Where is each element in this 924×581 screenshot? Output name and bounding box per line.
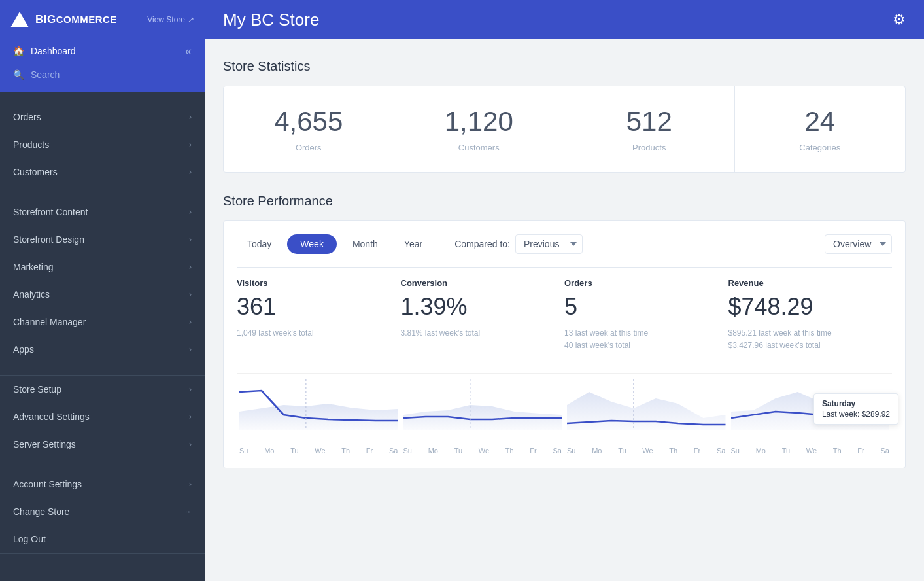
performance-card: Today Week Month Year Compared to: Previ… <box>223 220 906 468</box>
divider <box>441 238 441 251</box>
sidebar-item-marketing[interactable]: Marketing › <box>0 253 205 281</box>
metric-conversion-label: Conversion <box>401 278 555 288</box>
stat-categories-value: 24 <box>748 106 893 137</box>
stat-customers-label: Customers <box>407 143 551 152</box>
page-header: My BC Store ⚙ <box>205 0 924 39</box>
sidebar-nav: Orders › Products › Customers › Storefro… <box>0 92 205 581</box>
chevron-right-icon: › <box>189 317 192 326</box>
stat-products-label: Products <box>577 143 721 152</box>
collapse-button[interactable]: « <box>182 42 194 61</box>
metric-visitors-value: 361 <box>237 293 390 321</box>
chevron-right-icon: › <box>189 385 192 394</box>
chart-visitors: SuMoTuWeThFrSa <box>237 379 401 455</box>
stat-customers-value: 1,120 <box>407 106 551 137</box>
sidebar-item-storefront-content[interactable]: Storefront Content › <box>0 198 205 226</box>
metric-orders-value: 5 <box>564 293 718 321</box>
chevron-right-icon: › <box>189 235 192 244</box>
view-store-link[interactable]: View Store ↗ <box>147 15 194 24</box>
metrics-grid: Visitors 361 1,049 last week's total Con… <box>237 267 892 362</box>
metric-revenue-sub1: $895.21 last week at this time <box>728 327 882 340</box>
performance-section-title: Store Performance <box>223 194 906 209</box>
sidebar: BIGCOMMERCE View Store ↗ 🏠 Dashboard « 🔍… <box>0 0 205 581</box>
tooltip-day: Saturday <box>822 399 890 408</box>
chart-revenue: Saturday Last week: $289.92 SuMoTuWeThFr… <box>728 379 893 455</box>
chevron-right-icon: › <box>189 113 192 122</box>
sidebar-item-change-store[interactable]: Change Store ↔ <box>0 498 205 525</box>
sidebar-item-store-setup[interactable]: Store Setup › <box>0 376 205 403</box>
compared-to-label: Compared to: <box>454 239 510 249</box>
sidebar-item-account-settings[interactable]: Account Settings › <box>0 470 205 498</box>
svg-marker-0 <box>239 404 398 430</box>
chevron-right-icon: › <box>189 412 192 421</box>
sidebar-group-4: Account Settings › Change Store ↔ Log Ou… <box>0 470 205 554</box>
chevron-right-icon: › <box>189 440 192 449</box>
compared-to-select[interactable]: Previous Last Year <box>515 234 583 254</box>
chart-conversion: SuMoTuWeThFrSa <box>401 379 565 455</box>
chevron-right-icon: › <box>189 140 192 149</box>
metric-visitors: Visitors 361 1,049 last week's total <box>237 278 401 362</box>
sidebar-top: BIGCOMMERCE View Store ↗ <box>0 0 205 39</box>
tooltip-label: Last week: <box>822 410 859 419</box>
settings-gear-icon[interactable]: ⚙ <box>893 11 906 28</box>
home-icon: 🏠 <box>13 46 24 56</box>
metric-revenue: Revenue $748.29 $895.21 last week at thi… <box>728 278 893 362</box>
sidebar-item-dashboard[interactable]: 🏠 Dashboard <box>0 39 89 63</box>
sidebar-item-advanced-settings[interactable]: Advanced Settings › <box>0 403 205 431</box>
sidebar-item-customers[interactable]: Customers › <box>0 158 205 186</box>
sidebar-item-server-settings[interactable]: Server Settings › <box>0 431 205 458</box>
tab-week[interactable]: Week <box>287 234 337 254</box>
chart-orders-labels: SuMoTuWeThFrSa <box>564 444 728 455</box>
chevron-right-icon: › <box>189 290 192 299</box>
chevron-right-icon: › <box>189 207 192 217</box>
tab-year[interactable]: Year <box>394 234 433 254</box>
main-content: My BC Store ⚙ Store Statistics 4,655 Ord… <box>205 0 924 581</box>
sidebar-item-products[interactable]: Products › <box>0 131 205 158</box>
sidebar-item-log-out[interactable]: Log Out <box>0 525 205 553</box>
stat-card-customers: 1,120 Customers <box>394 86 565 172</box>
sidebar-group-2: Storefront Content › Storefront Design ›… <box>0 198 205 376</box>
revenue-chart-tooltip: Saturday Last week: $289.92 <box>813 393 898 425</box>
chart-visitors-labels: SuMoTuWeThFrSa <box>237 444 401 455</box>
sidebar-item-channel-manager[interactable]: Channel Manager › <box>0 308 205 336</box>
sidebar-group-1: Orders › Products › Customers › <box>0 92 205 198</box>
sidebar-item-storefront-design[interactable]: Storefront Design › <box>0 226 205 253</box>
sidebar-item-search[interactable]: 🔍 Search <box>0 63 205 86</box>
external-link-icon: ↗ <box>188 15 194 24</box>
metric-revenue-label: Revenue <box>728 278 882 288</box>
sidebar-item-orders[interactable]: Orders › <box>0 103 205 131</box>
sidebar-item-apps[interactable]: Apps › <box>0 336 205 363</box>
page-content: Store Statistics 4,655 Orders 1,120 Cust… <box>205 39 924 581</box>
tooltip-value: $289.92 <box>862 410 890 419</box>
metric-orders-sub2: 40 last week's total <box>564 340 718 352</box>
stat-products-value: 512 <box>577 106 721 137</box>
stat-categories-label: Categories <box>748 143 893 152</box>
chart-revenue-labels: SuMoTuWeThFrSa <box>728 444 893 455</box>
metric-conversion-value: 1.39% <box>401 293 555 321</box>
perf-controls: Today Week Month Year Compared to: Previ… <box>237 234 892 254</box>
sidebar-item-analytics[interactable]: Analytics › <box>0 281 205 308</box>
logo-area: BIGCOMMERCE <box>10 12 117 27</box>
metric-conversion-sub: 3.81% last week's total <box>401 327 555 340</box>
metric-orders: Orders 5 13 last week at this time 40 la… <box>564 278 728 362</box>
chevron-right-icon: › <box>189 167 192 177</box>
tab-today[interactable]: Today <box>237 234 282 254</box>
tab-month[interactable]: Month <box>342 234 388 254</box>
metric-orders-label: Orders <box>564 278 718 288</box>
metric-revenue-sub2: $3,427.96 last week's total <box>728 340 882 352</box>
stat-orders-value: 4,655 <box>237 106 381 137</box>
chevron-right-icon: › <box>189 262 192 272</box>
stat-card-products: 512 Products <box>564 86 735 172</box>
logo-triangle-icon <box>10 12 29 27</box>
metric-visitors-sub: 1,049 last week's total <box>237 327 390 340</box>
sidebar-dashboard-section: 🏠 Dashboard « 🔍 Search <box>0 39 205 92</box>
stat-card-orders: 4,655 Orders <box>224 86 394 172</box>
chart-conversion-labels: SuMoTuWeThFrSa <box>401 444 565 455</box>
chevron-right-icon: › <box>189 480 192 489</box>
stat-card-categories: 24 Categories <box>735 86 906 172</box>
stats-section-title: Store Statistics <box>223 59 906 74</box>
metric-conversion: Conversion 1.39% 3.81% last week's total <box>401 278 565 362</box>
search-icon: 🔍 <box>13 69 24 80</box>
overview-select[interactable]: Overview Revenue Orders <box>825 234 892 254</box>
metric-revenue-value: $748.29 <box>728 293 882 321</box>
chart-orders: SuMoTuWeThFrSa <box>564 379 728 455</box>
